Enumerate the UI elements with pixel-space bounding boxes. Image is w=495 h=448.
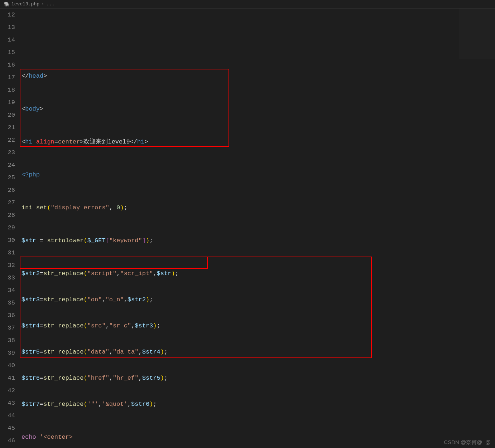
bracket: [ [106,234,109,247]
code-area[interactable]: </head> <body> <h1 align=center>欢迎来到leve… [21,9,495,448]
code-line[interactable]: $str6=str_replace("href","hr_ef",$str5); [21,372,495,384]
code-line[interactable]: </head> [21,70,495,82]
paren: ) [153,320,157,332]
var: $str2 [21,267,40,280]
line-number: 28 [0,209,15,221]
var: $str5 [142,372,160,384]
string: "script" [87,267,117,280]
code-line[interactable]: $str3=str_replace("on","o_n",$str2); [21,293,495,306]
paren: ( [83,372,87,384]
fn: str_replace [43,293,83,306]
semi: ; [149,293,153,306]
comma: , [109,372,113,384]
space [113,201,116,214]
semi: ; [149,234,153,247]
string: '"' [87,398,98,410]
var: $_GET [87,234,106,247]
line-number: 17 [0,71,15,84]
breadcrumb[interactable]: 🐘 level9.php › ... [0,0,495,9]
paren: ( [83,293,87,306]
keyword: echo [21,431,36,443]
minimap-thumb[interactable] [459,9,495,59]
paren: ) [160,372,164,384]
code-line[interactable]: $str2=str_replace("script","scr_ipt",$st… [21,267,495,280]
tag-mid: > [80,136,83,148]
line-number: 41 [0,372,15,384]
fn: str_replace [43,398,83,410]
code-line[interactable]: ini_set("display_errors", 0); [21,201,495,214]
paren: ( [47,201,51,214]
paren: ) [149,398,153,410]
var: $str3 [21,293,40,306]
tag-name: head [29,70,43,82]
comma: , [138,346,142,358]
string: "da_ta" [113,346,138,358]
line-number: 25 [0,171,15,184]
string: "sr_c" [109,320,131,332]
text: 欢迎来到level9 [83,136,130,148]
line-number: 43 [0,397,15,409]
op: = [40,293,43,306]
code-line[interactable]: <body> [21,103,495,115]
fn: str_replace [43,346,83,358]
line-number: 12 [0,9,15,21]
breadcrumb-rest[interactable]: ... [46,1,54,7]
paren: ( [83,346,87,358]
var: $str3 [135,320,153,332]
eq: = [54,136,58,148]
tag-open: < [21,136,25,148]
comma: , [131,320,135,332]
comma: , [124,293,128,306]
semi: ; [164,346,168,358]
line-number: 19 [0,96,15,109]
comma: , [153,267,157,280]
semi: ; [175,267,179,280]
fn: str_replace [43,372,83,384]
fn: str_replace [43,320,83,332]
minimap[interactable] [459,9,495,448]
watermark: CSDN @奈何@_@ [444,439,491,446]
op: = [40,398,43,410]
code-editor[interactable]: 1213141516171819202122232425262728293031… [0,9,495,448]
var: $str4 [142,346,160,358]
paren: ( [83,320,87,332]
paren: ) [146,234,149,247]
code-line[interactable]: $str7=str_replace('"','&quot',$str6); [21,398,495,410]
code-line[interactable]: $str = strtolower($_GET["keyword"]); [21,234,495,247]
tag-open: </ [21,70,29,82]
paren: ) [146,293,149,306]
tag-close: > [43,70,47,82]
semi: ; [124,201,128,214]
code-line[interactable]: <h1 align=center>欢迎来到level9</h1> [21,136,495,148]
paren: ( [83,234,87,247]
line-number: 40 [0,359,15,372]
code-line[interactable]: <?php [21,169,495,181]
line-number: 29 [0,221,15,234]
string: "on" [87,293,102,306]
string: '<center> [40,431,73,443]
tag-close: > [144,136,148,148]
tag-name: h1 [137,136,144,148]
fn: str_replace [43,267,83,280]
line-number: 20 [0,109,15,121]
line-number: 23 [0,146,15,159]
op: = [40,372,43,384]
code-line[interactable]: $str4=str_replace("src","sr_c",$str3); [21,320,495,332]
code-line[interactable]: echo '<center> [21,431,495,443]
line-number: 18 [0,84,15,96]
semi: ; [157,320,160,332]
var: $str6 [21,372,40,384]
tag-open: < [21,103,25,115]
attr: align [36,136,54,148]
line-number: 27 [0,196,15,209]
var: $str5 [21,346,40,358]
line-number: 46 [0,434,15,447]
semi: ; [153,398,157,410]
code-line[interactable]: $str5=str_replace("data","da_ta",$str4); [21,346,495,358]
breadcrumb-file[interactable]: level9.php [11,1,39,7]
string: '&quot' [102,398,127,410]
number: 0 [116,201,120,214]
line-number: 37 [0,322,15,334]
op: = [40,346,43,358]
line-number: 30 [0,234,15,247]
